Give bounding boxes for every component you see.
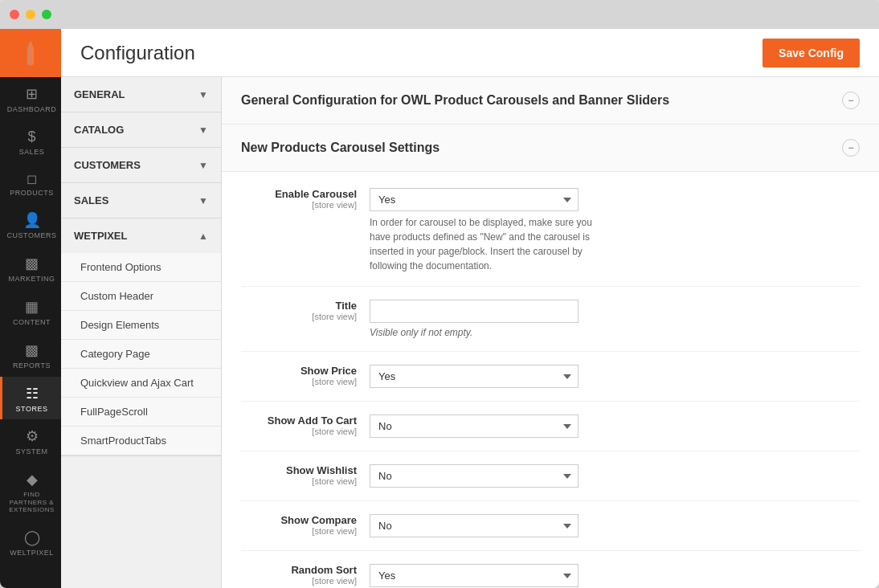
products-label: PRODUCTS: [10, 189, 54, 198]
system-label: SYSTEM: [15, 447, 47, 456]
enable-carousel-select[interactable]: Yes No: [370, 188, 579, 211]
nav-sub-item-quickview[interactable]: Quickview and Ajax Cart: [61, 369, 221, 398]
nav-sub-item-category-page[interactable]: Category Page: [61, 340, 221, 369]
marketing-label: MARKETING: [8, 275, 55, 284]
sidebar-item-weltpixel[interactable]: ◯ WELTPIXEL: [0, 521, 61, 564]
chevron-down-icon: ▼: [198, 89, 208, 100]
section2-toggle-button[interactable]: −: [842, 139, 860, 157]
nav-sub-item-smartproducttabs[interactable]: SmartProductTabs: [61, 427, 221, 455]
title-sublabel: [store view]: [241, 312, 357, 321]
nav-section-customers: CUSTOMERS ▼: [61, 148, 221, 183]
sidebar-item-dashboard[interactable]: ⊞ DASHBOARD: [0, 77, 61, 120]
nav-section-sales: SALES ▼: [61, 183, 221, 218]
sidebar-item-marketing[interactable]: ▩ MARKETING: [0, 247, 61, 290]
show-add-to-cart-select[interactable]: No Yes: [370, 414, 579, 438]
content-icon: ▦: [25, 298, 39, 316]
partners-icon: ◆: [27, 471, 38, 488]
marketing-icon: ▩: [25, 255, 39, 272]
nav-section-catalog-header[interactable]: CATALOG ▼: [61, 112, 221, 147]
sales-icon: $: [27, 129, 35, 145]
right-panel: General Configuration for OWL Product Ca…: [222, 77, 879, 588]
sidebar-item-reports[interactable]: ▩ REPORTS: [0, 333, 61, 377]
field-row-random-sort: Random Sort [store view] Yes No: [241, 564, 860, 588]
nav-section-general-header[interactable]: GENERAL ▼: [61, 77, 221, 112]
show-compare-label: Show Compare: [241, 514, 357, 526]
nav-section-sales-header[interactable]: SALES ▼: [61, 183, 221, 218]
nav-sub-item-fullpagescroll[interactable]: FullPageScroll: [61, 398, 221, 427]
browser-body: ⊞ DASHBOARD $ SALES ◻ PRODUCTS 👤 CUSTOME…: [0, 29, 879, 588]
content-area: GENERAL ▼ CATALOG ▼ CUSTOMERS ▼: [61, 77, 879, 588]
nav-section-catalog: CATALOG ▼: [61, 112, 221, 148]
section2-header: New Products Carousel Settings −: [222, 125, 879, 172]
page-title: Configuration: [80, 42, 195, 64]
nav-section-wetpixel-header[interactable]: WETPIXEL ▲: [61, 218, 221, 253]
nav-sub-item-frontend-options[interactable]: Frontend Options: [61, 253, 221, 282]
field-row-show-wishlist: Show Wishlist [store view] No Yes: [241, 464, 860, 501]
section1-toggle-button[interactable]: −: [842, 92, 860, 109]
nav-section-general: GENERAL ▼: [61, 77, 221, 112]
maximize-button[interactable]: [42, 10, 51, 19]
dashboard-label: DASHBOARD: [7, 105, 57, 114]
chevron-up-icon: ▲: [198, 231, 208, 242]
show-price-label: Show Price: [241, 365, 357, 377]
sidebar-item-system[interactable]: ⚙ SYSTEM: [0, 419, 61, 463]
section2-title: New Products Carousel Settings: [241, 141, 440, 155]
enable-carousel-sublabel: [store view]: [241, 200, 357, 210]
nav-section-catalog-label: CATALOG: [74, 124, 124, 136]
show-price-sublabel: [store view]: [241, 377, 357, 386]
chevron-down-icon: ▼: [198, 160, 208, 171]
sidebar: ⊞ DASHBOARD $ SALES ◻ PRODUCTS 👤 CUSTOME…: [0, 29, 61, 588]
nav-sub-item-custom-header[interactable]: Custom Header: [61, 282, 221, 311]
stores-icon: ☷: [26, 385, 39, 402]
browser-window: ⊞ DASHBOARD $ SALES ◻ PRODUCTS 👤 CUSTOME…: [0, 0, 879, 588]
close-button[interactable]: [10, 10, 19, 19]
dashboard-icon: ⊞: [26, 85, 38, 103]
nav-section-customers-header[interactable]: CUSTOMERS ▼: [61, 148, 221, 182]
main-content: Configuration Save Config GENERAL ▼: [61, 29, 879, 588]
customers-icon: 👤: [23, 211, 41, 229]
nav-sub-item-design-elements[interactable]: Design Elements: [61, 311, 221, 340]
sidebar-item-partners[interactable]: ◆ FIND PARTNERS & EXTENSIONS: [0, 463, 61, 521]
nav-section-general-label: GENERAL: [74, 88, 125, 100]
show-wishlist-sublabel: [store view]: [241, 476, 357, 486]
nav-section-wetpixel: WETPIXEL ▲ Frontend Options Custom Heade…: [61, 218, 221, 456]
customers-label: CUSTOMERS: [7, 231, 57, 240]
show-compare-select[interactable]: No Yes: [370, 514, 579, 537]
field-row-title: Title [store view] Visible only if not e…: [241, 300, 860, 352]
system-icon: ⚙: [26, 427, 39, 445]
products-icon: ◻: [27, 171, 37, 186]
show-price-select[interactable]: Yes No: [370, 365, 579, 388]
nav-section-customers-label: CUSTOMERS: [74, 159, 141, 171]
reports-label: REPORTS: [13, 361, 51, 370]
section1-header: General Configuration for OWL Product Ca…: [222, 77, 879, 125]
weltpixel-icon: ◯: [24, 529, 40, 546]
field-row-show-compare: Show Compare [store view] No Yes: [241, 514, 860, 551]
show-wishlist-label: Show Wishlist: [241, 464, 357, 476]
weltpixel-label: WELTPIXEL: [10, 549, 53, 557]
minimize-button[interactable]: [26, 10, 35, 19]
random-sort-label: Random Sort: [241, 564, 357, 576]
sidebar-item-content[interactable]: ▦ CONTENT: [0, 290, 61, 333]
show-wishlist-select[interactable]: No Yes: [370, 464, 579, 488]
title-note: Visible only if not empty.: [370, 327, 860, 338]
sidebar-item-sales[interactable]: $ SALES: [0, 120, 61, 163]
show-add-to-cart-sublabel: [store view]: [241, 427, 357, 436]
sidebar-item-products[interactable]: ◻ PRODUCTS: [0, 163, 61, 204]
sidebar-item-stores[interactable]: ☷ STORES: [0, 377, 61, 420]
top-header: Configuration Save Config: [61, 29, 879, 77]
title-label: Title: [241, 300, 357, 312]
chevron-down-icon: ▼: [198, 195, 208, 206]
stores-label: STORES: [16, 405, 48, 414]
show-add-to-cart-label: Show Add To Cart: [241, 414, 357, 427]
partners-label: FIND PARTNERS & EXTENSIONS: [6, 491, 58, 514]
random-sort-sublabel: [store view]: [241, 576, 357, 586]
title-input[interactable]: [370, 300, 579, 323]
sidebar-logo: [0, 29, 61, 77]
show-compare-sublabel: [store view]: [241, 526, 357, 536]
sales-label: SALES: [19, 148, 45, 157]
enable-carousel-label: Enable Carousel: [241, 188, 357, 200]
sidebar-item-customers[interactable]: 👤 CUSTOMERS: [0, 203, 61, 247]
save-config-button[interactable]: Save Config: [762, 39, 860, 67]
random-sort-select[interactable]: Yes No: [370, 564, 579, 587]
content-label: CONTENT: [13, 318, 51, 327]
